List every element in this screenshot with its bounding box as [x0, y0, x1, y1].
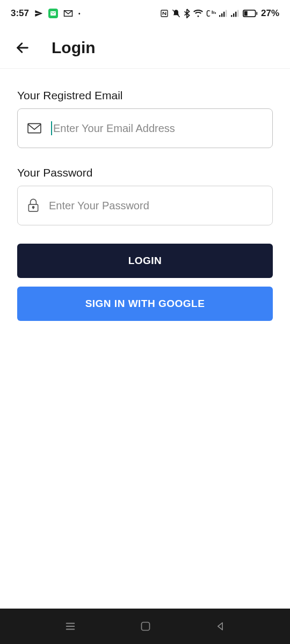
navigation-bar — [0, 609, 290, 644]
lock-icon — [27, 199, 39, 213]
svg-rect-7 — [223, 12, 224, 17]
dot-icon: • — [78, 11, 81, 17]
status-bar: 3:57 • — [0, 0, 290, 27]
svg-rect-4 — [215, 12, 216, 14]
login-button[interactable]: LOGIN — [17, 244, 273, 278]
recent-apps-button[interactable] — [64, 620, 76, 632]
mute-icon — [172, 9, 180, 18]
password-label: Your Password — [17, 166, 273, 179]
app-bar: Login — [0, 27, 290, 69]
page-title: Login — [52, 39, 96, 57]
email-input-wrapper[interactable] — [17, 108, 273, 148]
volte-icon — [206, 10, 216, 17]
status-right: 27% — [160, 8, 279, 19]
signal-2-icon — [231, 10, 240, 17]
svg-rect-3 — [213, 11, 214, 14]
svg-rect-17 — [28, 123, 41, 133]
login-form: Your Registred Email Your Password LOGIN… — [0, 69, 290, 609]
google-signin-button[interactable]: SIGN IN WITH GOOGLE — [17, 287, 273, 321]
bluetooth-icon — [184, 9, 190, 18]
battery-icon — [243, 10, 258, 17]
svg-rect-12 — [237, 10, 238, 17]
svg-rect-11 — [235, 12, 236, 17]
svg-rect-8 — [226, 10, 227, 17]
back-nav-button[interactable] — [215, 621, 226, 632]
wifi-icon — [193, 10, 203, 17]
svg-rect-5 — [219, 15, 220, 17]
send-icon — [34, 9, 43, 18]
svg-rect-24 — [141, 623, 149, 631]
text-cursor — [51, 121, 52, 135]
home-button[interactable] — [140, 621, 151, 632]
battery-percent: 27% — [261, 8, 279, 19]
password-input-wrapper[interactable] — [17, 186, 273, 225]
back-button[interactable] — [15, 40, 30, 55]
status-left: 3:57 • — [11, 8, 81, 19]
password-field[interactable] — [49, 200, 263, 212]
message-icon — [48, 9, 58, 18]
svg-rect-9 — [231, 15, 232, 17]
email-label: Your Registred Email — [17, 89, 273, 102]
gmail-icon — [63, 10, 73, 17]
svg-rect-2 — [212, 11, 213, 14]
signal-1-icon — [219, 10, 228, 17]
svg-rect-14 — [244, 11, 248, 16]
email-field[interactable] — [53, 122, 263, 135]
svg-rect-15 — [256, 12, 257, 14]
nfc-icon — [160, 9, 169, 18]
status-time: 3:57 — [11, 8, 29, 19]
svg-rect-6 — [221, 13, 222, 17]
svg-rect-10 — [233, 13, 234, 17]
mail-icon — [27, 123, 41, 134]
